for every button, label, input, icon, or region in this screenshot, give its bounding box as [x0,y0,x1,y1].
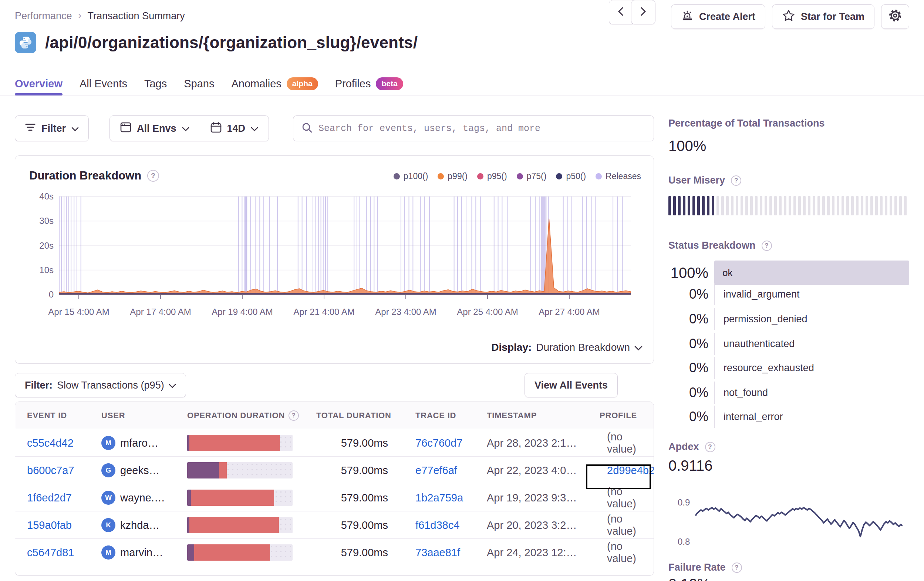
operation-duration-cell [187,457,293,484]
table-row: 159a0fab Kkzhda… 579.00ms f61d38c4 Apr 2… [15,511,653,539]
legend-dot-p50 [556,173,562,179]
star-for-team-button[interactable]: Star for Team [772,5,874,29]
operation-duration-bar [187,517,293,533]
misery-tick [765,196,767,215]
legend-item-p100[interactable]: p100() [394,171,428,181]
event-id-link[interactable]: c5647d81 [27,539,74,566]
user-misery-help-icon[interactable]: ? [731,175,741,186]
event-id-link[interactable]: 1f6ed2d7 [27,484,72,511]
duration-breakdown-help-icon[interactable]: ? [147,170,159,182]
display-label: Display: [491,341,531,353]
apdex-axis-bottom: 0.8 [678,536,690,547]
misery-tick [851,196,854,215]
avatar: G [101,463,116,477]
breadcrumb: Performance › Transaction Summary [15,10,185,22]
slow-transactions-filter-value: Slow Transactions (p95) [57,380,164,391]
legend-item-p99[interactable]: p99() [437,171,467,181]
misery-tick [875,196,878,215]
svg-text:30s: 30s [39,216,54,226]
col-trace-id: TRACE ID [416,402,456,429]
bar-segment-red [190,517,279,533]
trace-id-link[interactable]: e77ef6af [416,457,457,484]
failure-rate-help-icon[interactable]: ? [732,563,742,573]
trace-id-link[interactable]: f61d38c4 [416,511,459,539]
svg-text:Apr 25 4:00 AM: Apr 25 4:00 AM [457,307,518,317]
event-id-link[interactable]: c55c4d42 [27,429,74,457]
legend-item-releases[interactable]: Releases [596,171,641,181]
status-row-ok: 100% ok [668,260,909,285]
misery-tick [716,196,719,215]
bar-segment-red [219,462,227,478]
filter-dropdown-button[interactable]: Filter [15,116,89,141]
total-duration-value: 579.00ms [316,539,388,566]
tab-overview[interactable]: Overview [15,74,63,93]
user-name: geeks… [120,464,159,477]
status-pct: 0% [668,409,708,424]
status-pct: 0% [668,311,708,327]
misery-tick [866,196,868,215]
timestamp-value: Apr 24, 2023 12:… [487,539,577,566]
trace-id-link[interactable]: 73aae81f [416,539,460,566]
operation-duration-help-icon[interactable]: ? [289,411,299,421]
breadcrumb-current: Transaction Summary [87,10,185,22]
trace-id-link[interactable]: 76c760d7 [416,429,462,457]
slow-transactions-filter-button[interactable]: Filter: Slow Transactions (p95) [15,373,186,397]
legend-dot-p95 [477,173,483,179]
operation-duration-bar [187,545,293,561]
tab-tags[interactable]: Tags [144,74,167,93]
legend-item-p50[interactable]: p50() [556,171,586,181]
star-for-team-label: Star for Team [801,11,865,23]
status-breakdown-label: Status Breakdown [668,240,756,251]
user-misery-label: User Misery [668,175,725,186]
search-input[interactable] [318,123,645,134]
misery-tick [894,196,897,215]
svg-text:Apr 15 4:00 AM: Apr 15 4:00 AM [48,307,109,317]
user-cell: Ggeeks… [101,457,159,484]
environment-selector[interactable]: All Envs [110,116,200,141]
pagination-previous-button[interactable] [609,0,632,25]
header-actions: Create Alert Star for Team [671,5,909,29]
breadcrumb-performance[interactable]: Performance [15,10,72,22]
svg-text:20s: 20s [39,240,54,250]
legend-dot-p100 [394,173,400,179]
misery-tick [842,196,844,215]
settings-button[interactable] [881,5,909,29]
misery-tick [712,196,714,215]
tab-all-events[interactable]: All Events [79,74,127,93]
legend-item-p95[interactable]: p95() [477,171,507,181]
timestamp-value: Apr 28, 2023 2:1… [487,429,577,457]
legend-item-p75[interactable]: p75() [517,171,547,181]
siren-icon [681,9,693,25]
misery-tick [808,196,810,215]
status-breakdown-help-icon[interactable]: ? [762,240,772,251]
pagination-next-button[interactable] [631,0,655,25]
chevron-left-icon [618,7,623,17]
col-profile: PROFILE [600,402,637,429]
event-id-link[interactable]: 159a0fab [27,511,72,539]
view-all-events-button[interactable]: View All Events [525,373,618,397]
display-dropdown[interactable]: Duration Breakdown [536,341,642,353]
misery-tick [827,196,830,215]
user-name: kzhda… [120,519,159,531]
user-name: mfaro… [120,437,158,449]
tab-spans-label: Spans [184,78,214,90]
tab-spans[interactable]: Spans [184,74,214,93]
user-misery-score-bar [668,196,904,215]
event-id-link[interactable]: b600c7a7 [27,457,74,484]
calendar-icon [210,122,221,136]
misery-tick [794,196,796,215]
date-range-selector[interactable]: 14D [200,116,269,141]
create-alert-button[interactable]: Create Alert [671,5,765,29]
tab-anomalies[interactable]: Anomalies alpha [231,74,318,93]
pct-total-transactions-label: Percentage of Total Transactions [668,118,825,129]
col-operation-duration: OPERATION DURATION ? [187,402,299,429]
tab-profiles[interactable]: Profiles beta [335,74,403,93]
user-name: wayne.… [120,492,165,504]
status-label: invalid_argument [714,283,800,305]
misery-tick [745,196,748,215]
misery-tick [683,196,685,215]
tab-profiles-label: Profiles [335,78,371,90]
apdex-help-icon[interactable]: ? [705,442,715,452]
bar-segment-purple [187,545,194,561]
trace-id-link[interactable]: 1b2a759a [416,484,463,511]
